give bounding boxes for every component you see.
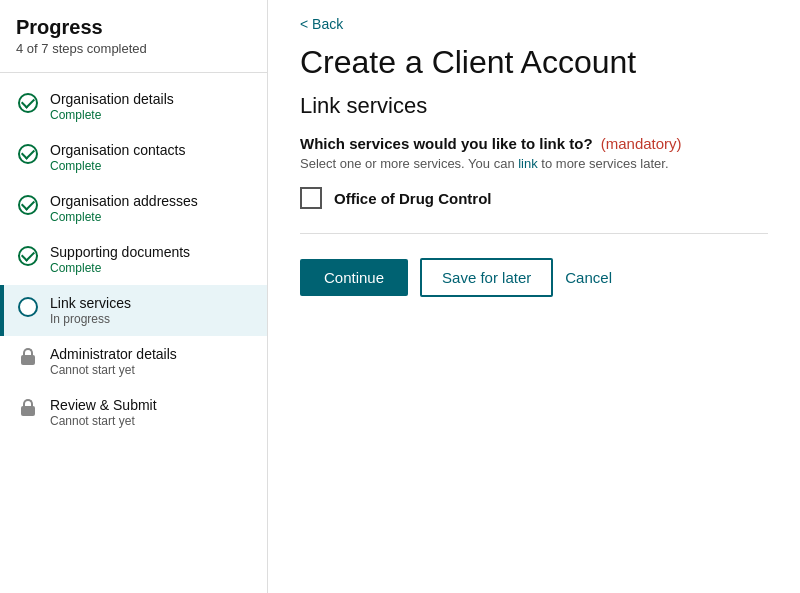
page-title: Create a Client Account <box>300 44 768 81</box>
circle-icon <box>18 297 38 317</box>
sidebar: Progress 4 of 7 steps completed Organisa… <box>0 0 268 593</box>
sidebar-item-label: Review & Submit <box>50 397 157 413</box>
sidebar-nav: Organisation detailsCompleteOrganisation… <box>0 81 267 577</box>
check-circle-icon <box>18 144 38 164</box>
lock-icon <box>19 399 37 419</box>
check-circle-icon <box>18 246 38 266</box>
progress-title: Progress <box>16 16 251 39</box>
sidebar-item-status: Complete <box>50 261 190 275</box>
sidebar-item-status: Complete <box>50 159 185 173</box>
progress-header: Progress 4 of 7 steps completed <box>0 16 267 73</box>
sidebar-item-label: Supporting documents <box>50 244 190 260</box>
progress-subtitle: 4 of 7 steps completed <box>16 41 251 56</box>
sidebar-item-status: Complete <box>50 108 174 122</box>
sidebar-item-label: Administrator details <box>50 346 177 362</box>
sidebar-item-review-submit[interactable]: Review & SubmitCannot start yet <box>0 387 267 438</box>
continue-button[interactable]: Continue <box>300 259 408 296</box>
question-label-text: Which services would you like to link to… <box>300 135 593 152</box>
save-for-later-button[interactable]: Save for later <box>420 258 553 297</box>
action-buttons: Continue Save for later Cancel <box>300 258 768 297</box>
sidebar-item-label: Link services <box>50 295 131 311</box>
section-title: Link services <box>300 93 768 119</box>
back-link-text: < Back <box>300 16 343 32</box>
check-circle-icon <box>18 93 38 113</box>
sidebar-item-status: Cannot start yet <box>50 414 157 428</box>
cancel-button[interactable]: Cancel <box>565 269 612 286</box>
sidebar-item-organisation-addresses[interactable]: Organisation addressesComplete <box>0 183 267 234</box>
hint-link[interactable]: link <box>518 156 538 171</box>
back-link[interactable]: < Back <box>300 16 343 32</box>
hint-text: Select one or more services. You can lin… <box>300 156 768 171</box>
sidebar-item-label: Organisation addresses <box>50 193 198 209</box>
mandatory-badge: (mandatory) <box>601 135 682 152</box>
sidebar-item-status: In progress <box>50 312 131 326</box>
sidebar-item-organisation-contacts[interactable]: Organisation contactsComplete <box>0 132 267 183</box>
sidebar-item-organisation-details[interactable]: Organisation detailsComplete <box>0 81 267 132</box>
sidebar-item-label: Organisation contacts <box>50 142 185 158</box>
odc-label[interactable]: Office of Drug Control <box>334 190 492 207</box>
sidebar-item-status: Cannot start yet <box>50 363 177 377</box>
sidebar-item-link-services[interactable]: Link servicesIn progress <box>0 285 267 336</box>
lock-icon <box>19 348 37 368</box>
main-content: < Back Create a Client Account Link serv… <box>268 0 800 593</box>
sidebar-item-supporting-documents[interactable]: Supporting documentsComplete <box>0 234 267 285</box>
sidebar-item-status: Complete <box>50 210 198 224</box>
sidebar-item-administrator-details[interactable]: Administrator detailsCannot start yet <box>0 336 267 387</box>
sidebar-item-label: Organisation details <box>50 91 174 107</box>
service-option-odc: Office of Drug Control <box>300 187 768 209</box>
check-circle-icon <box>18 195 38 215</box>
question-label: Which services would you like to link to… <box>300 135 768 152</box>
odc-checkbox[interactable] <box>300 187 322 209</box>
divider <box>300 233 768 234</box>
